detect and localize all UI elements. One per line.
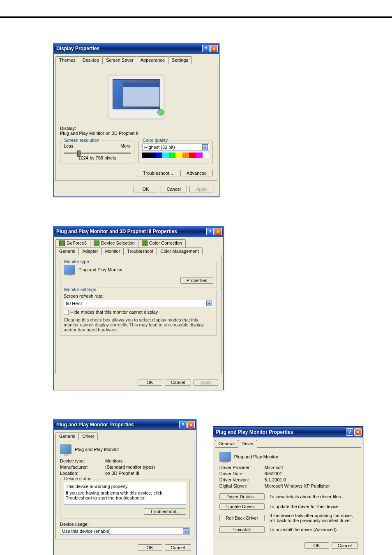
ok-button[interactable]: OK	[134, 186, 158, 192]
nvidia-icon	[94, 240, 99, 246]
resolution-slider[interactable]	[64, 153, 131, 154]
cancel-button[interactable]: Cancel	[332, 542, 358, 549]
monitor-icon	[219, 452, 231, 462]
ok-button[interactable]: OK	[138, 544, 162, 551]
tab-appearance[interactable]: Appearance	[137, 56, 168, 64]
tab-color-management[interactable]: Color Management	[157, 247, 203, 255]
display-value: Plug and Play Monitor on 3D Prophet III	[60, 131, 213, 136]
rollback-driver-desc: If the device fails after updating the d…	[270, 513, 357, 523]
status-help: If you are having problems with this dev…	[66, 490, 184, 500]
monitor-name: Plug and Play Monitor	[75, 447, 119, 452]
monitor-icon	[64, 265, 75, 275]
driver-version-key: Driver Version:	[219, 477, 265, 482]
location-val: on 3D Prophet III	[105, 471, 139, 476]
hide-modes-label: Hide modes that this monitor cannot disp…	[70, 310, 158, 314]
device-props-driver-dialog: Plug and Play Monitor Properties ? × Gen…	[213, 426, 363, 555]
tab-general[interactable]: General	[55, 432, 79, 440]
tab-monitor[interactable]: Monitor	[101, 247, 124, 255]
tab-body: Display: Plug and Play Monitor on 3D Pro…	[55, 64, 217, 181]
tab-general[interactable]: General	[215, 440, 238, 447]
tab-color-correction[interactable]: Color Correction	[138, 239, 186, 247]
device-usage-label: Device usage:	[60, 522, 190, 527]
cancel-button[interactable]: Cancel	[165, 379, 191, 386]
uninstall-desc: To uninstall the driver (Advanced).	[270, 527, 357, 532]
properties-button[interactable]: Properties	[180, 277, 213, 284]
tabstrip: Themes Desktop Screen Saver Appearance S…	[54, 54, 219, 64]
display-label: Display:	[60, 126, 213, 131]
window-title: Plug and Play Monitor Properties	[216, 429, 345, 435]
refresh-value: 60 Hertz	[66, 301, 206, 306]
troubleshoot-button[interactable]: Troubleshoot...	[144, 508, 186, 515]
tab-screensaver[interactable]: Screen Saver	[102, 56, 137, 64]
display-properties-dialog: Display Properties ? × Themes Desktop Sc…	[53, 43, 219, 197]
help-button[interactable]: ?	[179, 421, 187, 428]
window-title: Display Properties	[56, 46, 201, 51]
help-button[interactable]: ?	[346, 428, 353, 436]
titlebar[interactable]: Display Properties ? ×	[54, 43, 219, 54]
digital-signer-val: Microsoft Windows XP Publisher	[265, 483, 330, 488]
manufacturer-key: Manufacturer:	[60, 465, 105, 469]
chevron-down-icon: ▾	[183, 528, 189, 534]
tab-themes[interactable]: Themes	[55, 56, 79, 64]
tab-adapter[interactable]: Adapter	[78, 247, 102, 255]
help-button[interactable]: ?	[206, 228, 214, 235]
titlebar[interactable]: Plug and Play Monitor and 3D Prophet III…	[54, 226, 223, 237]
help-button[interactable]: ?	[202, 45, 210, 52]
group-device-status: Device status	[63, 476, 92, 481]
chevron-down-icon: ▾	[202, 144, 208, 150]
manufacturer-val: (Standard monitor types)	[105, 465, 155, 469]
group-monitor-settings: Monitor settings	[63, 287, 97, 292]
chevron-down-icon: ▾	[206, 301, 212, 306]
driver-date-val: 6/6/2001	[265, 471, 282, 476]
color-quality-combo[interactable]: Highest (32 bit) ▾	[142, 143, 209, 151]
driver-version-val: 5.1.2001.0	[265, 477, 286, 482]
nvidia-icon	[59, 240, 65, 246]
tab-desktop[interactable]: Desktop	[79, 56, 103, 64]
driver-details-desc: To view details about the driver files.	[270, 494, 357, 499]
rollback-driver-button[interactable]: Roll Back Driver	[219, 515, 265, 521]
monitor-preview	[60, 68, 213, 126]
ok-button[interactable]: OK	[304, 542, 329, 549]
refresh-label: Screen refresh rate:	[64, 294, 213, 298]
tab-troubleshoot[interactable]: Troubleshoot	[123, 247, 157, 255]
close-button[interactable]: ×	[187, 421, 195, 428]
apply-button[interactable]: Apply	[189, 186, 214, 192]
tab-geforce3[interactable]: GeForce3	[55, 239, 90, 247]
ok-button[interactable]: OK	[138, 379, 162, 386]
advanced-button[interactable]: Advanced	[180, 170, 213, 176]
cancel-button[interactable]: Cancel	[165, 544, 191, 551]
close-button[interactable]: ×	[210, 45, 218, 52]
monitor-name: Plug and Play Monitor	[234, 454, 279, 459]
device-usage-combo[interactable]: Use this device (enable) ▾	[60, 527, 190, 535]
tab-device-selection[interactable]: Device Selection	[90, 239, 138, 247]
apply-button[interactable]: Apply	[194, 379, 218, 386]
hide-modes-checkbox[interactable]: Hide modes that this monitor cannot disp…	[64, 310, 213, 315]
driver-provider-key: Driver Provider:	[219, 465, 265, 470]
device-type-key: Device type:	[60, 458, 105, 463]
uninstall-button[interactable]: Uninstall	[219, 526, 265, 533]
nvidia-icon	[142, 240, 148, 246]
device-props-general-dialog: Plug and Play Monitor Properties ? × Gen…	[53, 419, 196, 555]
close-button[interactable]: ×	[214, 228, 222, 235]
device-type-val: Monitors	[105, 458, 122, 463]
window-title: Plug and Play Monitor Properties	[56, 422, 178, 428]
titlebar[interactable]: Plug and Play Monitor Properties ? ×	[54, 419, 196, 430]
close-button[interactable]: ×	[354, 428, 362, 436]
monitor-properties-dialog: Plug and Play Monitor and 3D Prophet III…	[53, 226, 224, 390]
slider-less: Less	[64, 143, 73, 148]
cancel-button[interactable]: Cancel	[161, 186, 187, 192]
digital-signer-key: Digital Signer:	[219, 483, 265, 488]
tab-driver[interactable]: Driver	[78, 432, 98, 440]
group-color-title: Color quality	[141, 138, 169, 143]
titlebar[interactable]: Plug and Play Monitor Properties ? ×	[213, 427, 363, 437]
device-usage-value: Use this device (enable)	[62, 529, 183, 534]
group-resolution-title: Screen resolution	[63, 138, 101, 143]
hide-modes-desc: Clearing this check box allows you to se…	[64, 317, 213, 332]
refresh-rate-combo[interactable]: 60 Hertz ▾	[64, 300, 213, 307]
troubleshoot-button[interactable]: Troubleshoot...	[137, 170, 179, 176]
driver-details-button[interactable]: Driver Details...	[219, 493, 265, 500]
tab-settings[interactable]: Settings	[168, 56, 192, 64]
tab-general[interactable]: General	[55, 247, 79, 255]
tab-driver[interactable]: Driver	[238, 440, 257, 448]
update-driver-button[interactable]: Update Driver...	[219, 503, 265, 510]
